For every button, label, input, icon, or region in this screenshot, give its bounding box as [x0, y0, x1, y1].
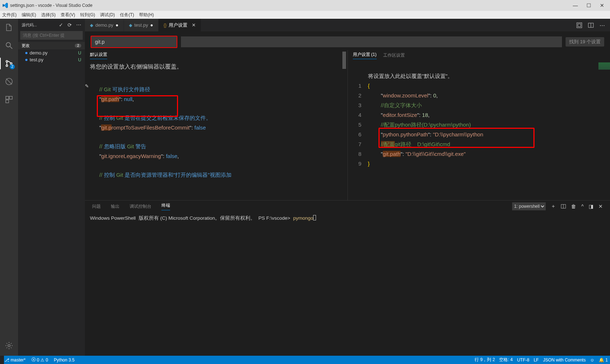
default-settings-pane: 默认设置 将您的设置放入右侧编辑器以覆盖。 ✎ // Git 可执行文件路径 "… — [85, 50, 347, 200]
panel: 问题 输出 调试控制台 终端 1: powershell ＋ 🗑 ^ ◨ ✕ W… — [85, 200, 610, 356]
panel-collapse-icon[interactable]: ^ — [581, 203, 584, 209]
changes-section[interactable]: 更改 2 — [18, 42, 85, 49]
list-item[interactable]: demo.py U — [18, 49, 85, 56]
panel-tab-terminal[interactable]: 终端 — [161, 202, 170, 210]
modified-dot-icon — [25, 59, 27, 61]
file-status: U — [78, 57, 81, 62]
menu-edit[interactable]: 编辑(E) — [22, 12, 36, 18]
user-settings-code[interactable]: 将设置放入此处以覆盖"默认设置"。 1{ 2 "window.zoomLevel… — [348, 60, 610, 189]
tab-settings[interactable]: {}用户设置✕ — [159, 19, 201, 31]
status-language[interactable]: JSON with Comments — [543, 358, 586, 363]
list-item[interactable]: test.py U — [18, 56, 85, 63]
menu-help[interactable]: 帮助(H) — [139, 12, 154, 18]
default-settings-code[interactable]: // Git 可执行文件路径 "git.path": null, // 控制 G… — [85, 74, 347, 200]
changes-count: 2 — [75, 44, 81, 48]
panel-close-icon[interactable]: ✕ — [598, 203, 603, 209]
python-file-icon: ◆ — [129, 23, 132, 28]
feedback-icon[interactable]: ☺ — [590, 358, 594, 363]
svg-rect-7 — [6, 96, 9, 99]
panel-tab-output[interactable]: 输出 — [111, 203, 120, 210]
explorer-icon[interactable] — [4, 22, 14, 32]
bell-icon[interactable]: 🔔 1 — [599, 358, 608, 363]
window-title: settings.json - vscode - Visual Studio C… — [10, 3, 92, 8]
open-settings-json-icon[interactable] — [576, 22, 582, 28]
menu-view[interactable]: 查看(V) — [61, 12, 75, 18]
tab-label: test.py — [134, 22, 148, 28]
extensions-icon[interactable] — [4, 95, 14, 105]
changes-label: 更改 — [22, 43, 30, 48]
default-settings-tab[interactable]: 默认设置 — [90, 52, 107, 59]
menubar: 文件(E) 编辑(E) 选择(S) 查看(V) 转到(G) 调试(D) 任务(T… — [0, 11, 610, 19]
workspace-settings-tab[interactable]: 工作区设置 — [383, 52, 405, 58]
found-count: 找到 19 个设置 — [566, 37, 604, 47]
tab-demo[interactable]: ◆demo.py● — [85, 19, 124, 31]
settings-area: 找到 19 个设置 默认设置 将您的设置放入右侧编辑器以覆盖。 ✎ // Git… — [85, 31, 610, 200]
status-spaces[interactable]: 空格: 4 — [499, 357, 512, 363]
status-encoding[interactable]: UTF-8 — [517, 358, 529, 363]
svg-rect-11 — [577, 23, 582, 28]
terminal[interactable]: Windows PowerShell 版权所有 (C) Microsoft Co… — [85, 212, 610, 356]
scrollbar-thumb[interactable] — [342, 52, 346, 69]
terminal-cursor — [313, 215, 316, 220]
side-panel-header: 源代码... ✓ ⟳ ⋯ — [18, 19, 85, 31]
more-icon[interactable]: ⋯ — [76, 22, 81, 28]
svg-rect-8 — [9, 96, 12, 99]
activity-bar: 2 — [0, 19, 18, 356]
status-branch[interactable]: master* — [10, 358, 25, 363]
branch-icon[interactable]: ⎇ — [4, 358, 9, 363]
user-settings-pane: 用户设置 (1) 工作区设置 将设置放入此处以覆盖"默认设置"。 1{ 2 "w… — [347, 50, 610, 200]
terminal-prompt: PS F:\vscode> — [258, 215, 290, 221]
split-editor-icon[interactable] — [588, 22, 594, 28]
status-eol[interactable]: LF — [534, 358, 539, 363]
svg-point-10 — [8, 345, 10, 347]
minimize-button[interactable]: — — [573, 3, 578, 8]
tab-label: 用户设置 — [169, 22, 187, 28]
menu-debug[interactable]: 调试(D) — [100, 12, 115, 18]
tab-label: demo.py — [95, 22, 113, 28]
tab-test[interactable]: ◆test.py● — [124, 19, 159, 31]
terminal-select[interactable]: 1: powershell — [512, 202, 546, 210]
editors: 找到 19 个设置 默认设置 将您的设置放入右侧编辑器以覆盖。 ✎ // Git… — [85, 31, 610, 356]
close-icon[interactable]: ✕ — [192, 22, 196, 28]
terminal-line: 版权所有 (C) Microsoft Corporation。保留所有权利。 — [139, 215, 255, 221]
panel-tab-problems[interactable]: 问题 — [92, 203, 101, 210]
menu-goto[interactable]: 转到(G) — [80, 12, 95, 18]
svg-line-6 — [6, 79, 12, 84]
settings-gear-icon[interactable] — [4, 341, 14, 351]
new-terminal-icon[interactable]: ＋ — [551, 203, 556, 210]
menu-file[interactable]: 文件(E) — [2, 12, 17, 18]
panel-maximize-icon[interactable]: ◨ — [589, 203, 593, 209]
maximize-button[interactable]: ☐ — [587, 3, 591, 8]
modified-dot-icon: ● — [116, 22, 118, 28]
more-actions-icon[interactable]: ⋯ — [600, 22, 605, 28]
vscode-icon — [2, 3, 8, 8]
debug-icon[interactable] — [4, 76, 14, 87]
status-python[interactable]: Python 3.5 — [54, 358, 74, 363]
user-settings-tab[interactable]: 用户设置 (1) — [353, 52, 377, 59]
scm-icon[interactable]: 2 — [4, 58, 14, 69]
warning-icon[interactable]: ⚠ — [40, 358, 44, 363]
settings-search-row: 找到 19 个设置 — [85, 31, 610, 50]
menu-tasks[interactable]: 任务(T) — [120, 12, 134, 18]
modified-dot-icon — [25, 52, 27, 54]
kill-terminal-icon[interactable]: 🗑 — [571, 203, 576, 209]
error-icon[interactable]: ⓧ — [31, 357, 36, 363]
panel-tab-debugconsole[interactable]: 调试控制台 — [130, 203, 151, 210]
scm-message-input[interactable] — [20, 31, 83, 40]
search-icon[interactable] — [4, 40, 14, 51]
split-terminal-icon[interactable] — [561, 204, 566, 209]
refresh-icon[interactable]: ⟳ — [68, 22, 72, 28]
status-position[interactable]: 行 9，列 2 — [475, 357, 495, 363]
svg-rect-12 — [578, 24, 581, 27]
status-bar: ⎇ master* ⓧ 0 ⚠ 0 Python 3.5 行 9，列 2 空格:… — [0, 356, 610, 364]
settings-search-input[interactable] — [91, 36, 177, 48]
close-button[interactable]: ✕ — [600, 3, 604, 8]
modified-dot-icon: ● — [150, 22, 153, 28]
menu-selection[interactable]: 选择(S) — [41, 12, 56, 18]
svg-point-3 — [6, 65, 8, 67]
scm-message-box[interactable] — [20, 31, 83, 40]
file-name: demo.py — [30, 50, 48, 56]
left-hint: 将您的设置放入右侧编辑器以覆盖。 — [85, 60, 347, 74]
status-errors: 0 — [37, 358, 39, 363]
commit-icon[interactable]: ✓ — [59, 22, 63, 28]
